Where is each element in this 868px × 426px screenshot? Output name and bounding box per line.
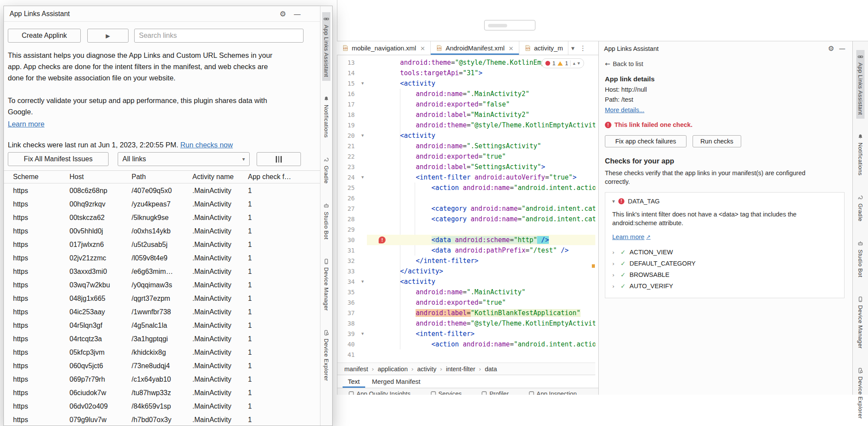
tool-button[interactable]: App Quality Insights (349, 389, 411, 395)
error-gutter-icon[interactable]: ! (379, 236, 386, 243)
table-row[interactable]: https04ic253aay/1wwnfbr738.MainActivity1 (4, 305, 320, 319)
tool-button[interactable]: Services (431, 389, 462, 395)
tool-window-tab[interactable]: Gradle (856, 191, 865, 225)
code-line[interactable]: 39▾ <intent-filter> (337, 329, 595, 339)
tool-window-tab[interactable]: App Links Assistant (322, 12, 330, 81)
minimize-icon[interactable]: — (294, 6, 301, 22)
fold-icon[interactable]: ▾ (358, 276, 367, 287)
learn-more-link[interactable]: Learn more (8, 120, 44, 128)
breadcrumb-item[interactable]: intent-filter (446, 366, 475, 373)
tool-button[interactable]: Profiler (482, 389, 508, 395)
bottom-tab[interactable]: Text (343, 375, 365, 388)
run-checks-button[interactable]: Run checks (693, 135, 741, 147)
table-row[interactable]: https06dv02o409/84k659v1sp.MainActivity1 (4, 399, 320, 413)
code-line[interactable]: 19 android:theme="@style/Theme.KotlinEmp… (337, 120, 595, 130)
table-row[interactable]: https04rtcqtz3a/3a1hgptqgi.MainActivity1 (4, 332, 320, 346)
table-row[interactable]: https00v5hhld0j/o0xhs14ykb.MainActivity1 (4, 224, 320, 238)
table-row[interactable]: https05kfcp3jvm/khidckix8g.MainActivity1 (4, 346, 320, 359)
code-line[interactable]: 35 android:name=".MainActivity" (337, 287, 595, 297)
check-row[interactable]: ›✓DEFAULT_CATEGORY (612, 258, 837, 269)
tool-window-tab[interactable]: App Links Assistant (856, 50, 865, 119)
tool-window-tab[interactable]: Gradle (322, 153, 330, 187)
code-line[interactable]: 21 android:name=".SettingsActivity" (337, 141, 595, 151)
code-line[interactable]: 24▾ <intent-filter android:autoVerify="t… (337, 172, 595, 183)
breadcrumb-item[interactable]: activity (417, 366, 436, 373)
close-tab-icon[interactable]: × (508, 45, 514, 52)
table-row[interactable]: https04r5lqn3gf/4g5nalc1la.MainActivity1 (4, 319, 320, 332)
learn-more-link[interactable]: Learn more ↗ (612, 233, 650, 240)
fold-icon[interactable]: ▾ (358, 172, 367, 183)
code-line[interactable]: 26 (337, 193, 595, 203)
column-config-button[interactable] (257, 152, 301, 166)
code-line[interactable]: 15▾ <activity (337, 78, 595, 89)
prev-issue-icon[interactable]: ▴ (573, 61, 575, 66)
table-row[interactable]: https048jg1x665/qgrt37ezpm.MainActivity1 (4, 292, 320, 305)
code-line[interactable]: 28 <category android:name="android.inten… (337, 214, 595, 224)
code-line[interactable]: 32 </intent-filter> (337, 256, 595, 266)
tool-window-tab[interactable]: Studio Bot (322, 199, 330, 243)
tool-window-tab[interactable]: Device Explorer (856, 364, 865, 423)
code-line[interactable]: 18 android:label="MainActivity2" (337, 110, 595, 120)
tool-window-tab[interactable]: Studio Bot (856, 237, 865, 281)
table-row[interactable]: https06ciudok7w/tu87hwp33z.MainActivity1 (4, 386, 320, 399)
table-row[interactable]: https00hq9zrkqv/yzu4kpeas7.MainActivity1 (4, 197, 320, 211)
column-header[interactable]: Path (132, 173, 192, 181)
code-line[interactable]: 29 (337, 224, 595, 235)
code-line[interactable]: 41 (337, 349, 595, 360)
check-row[interactable]: ›✓BROWSABLE (612, 269, 837, 280)
column-header[interactable]: App check f… (248, 173, 317, 181)
code-line[interactable]: 17 android:exported="false" (337, 99, 595, 110)
editor-tab[interactable]: AndroidManifest.xml× (431, 41, 519, 55)
more-details-link[interactable]: More details... (605, 106, 644, 113)
fold-icon[interactable]: ▾ (358, 130, 367, 141)
table-row[interactable]: https069p7r79rh/c1x64yab10.MainActivity1 (4, 373, 320, 386)
breadcrumb-item[interactable]: data (485, 366, 497, 373)
run-checks-now-link[interactable]: Run checks now (180, 141, 233, 149)
links-filter-dropdown[interactable]: All links ▾ (118, 152, 250, 166)
failed-check-row[interactable]: ▾ ! DATA_TAG (612, 198, 837, 205)
table-row[interactable]: https03axxd3mi0/e6g63mim….MainActivity1 (4, 265, 320, 278)
table-row[interactable]: https008c6z68np/407e09q5x0.MainActivity1 (4, 184, 320, 197)
check-row[interactable]: ›✓AUTO_VERIFY (612, 280, 837, 292)
gear-icon[interactable]: ⚙ (828, 41, 834, 56)
tab-overflow-icon[interactable]: ▾ (568, 41, 577, 55)
fold-icon[interactable]: ▾ (358, 78, 367, 89)
inspections-widget[interactable]: 1 1 ▴ ▾ (541, 58, 584, 68)
table-row[interactable]: https03wq7w2kbu/y0qqimaw3s.MainActivity1 (4, 278, 320, 292)
tool-window-tab[interactable]: Notifications (322, 92, 330, 142)
column-header[interactable]: Host (69, 173, 132, 181)
editor-tab[interactable]: activity_m (519, 41, 569, 55)
column-header[interactable]: Scheme (13, 173, 69, 181)
check-row[interactable]: ›✓ACTION_VIEW (612, 246, 837, 258)
code-line[interactable]: 25 <action android:name="android.intent.… (337, 183, 595, 193)
create-applink-button[interactable]: Create Applink (8, 29, 81, 43)
code-line[interactable]: 22 android:exported="true" (337, 151, 595, 162)
close-tab-icon[interactable]: × (420, 45, 425, 52)
code-line[interactable]: 30! <data android:scheme="http" /> (337, 235, 595, 245)
table-row[interactable]: https02jv21zzmc/l059v8t4e9.MainActivity1 (4, 251, 320, 265)
code-line[interactable]: 40 <action android:name="android.intent.… (337, 339, 595, 349)
tool-button[interactable]: App Inspection (529, 389, 577, 395)
table-row[interactable]: https079g9luv7w/h7bd07ox3y.MainActivity1 (4, 413, 320, 426)
tool-window-tab[interactable]: Device Manager (856, 293, 865, 353)
column-header[interactable]: Activity name (192, 173, 248, 181)
fix-app-check-failures-button[interactable]: Fix app check failures (605, 135, 686, 147)
table-row[interactable]: https00tskcza62/5lknugk9se.MainActivity1 (4, 211, 320, 224)
code-line[interactable]: 37 android:label="KotlinBlankTestApplica… (337, 308, 595, 318)
fold-icon[interactable]: ▾ (358, 329, 367, 339)
editor-tab[interactable]: mobile_navigation.xml× (337, 41, 431, 55)
chevron-down-icon[interactable]: ▾ (612, 198, 615, 204)
bottom-tab[interactable]: Merged Manifest (367, 375, 426, 388)
back-to-list-link[interactable]: ← Back to list (605, 60, 643, 67)
run-button[interactable]: ▶ (87, 29, 129, 43)
code-line[interactable]: 36 android:exported="true" (337, 297, 595, 308)
breadcrumb-item[interactable]: application (378, 366, 408, 373)
code-line[interactable]: 31 <data android:pathPrefix="/test" /> (337, 245, 595, 256)
code-line[interactable]: 27 <category android:name="android.inten… (337, 203, 595, 214)
code-editor[interactable]: 13 android:theme="@style/Theme.KotlinEmp… (337, 55, 595, 363)
tool-window-tab[interactable]: Device Explorer (322, 326, 330, 385)
window-titlebar[interactable]: App Links Assistant ⚙ — (4, 6, 332, 22)
more-options-icon[interactable]: ⋮ (577, 41, 589, 55)
table-row[interactable]: https017jwlxzn6/u5t2usab5j.MainActivity1 (4, 238, 320, 251)
code-line[interactable]: 16 android:name=".MainActivity2" (337, 89, 595, 99)
